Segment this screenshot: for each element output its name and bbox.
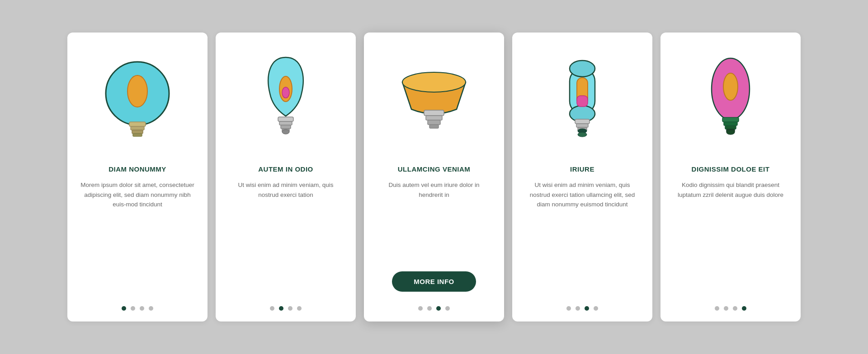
led-bulb-icon [560, 51, 605, 150]
svg-rect-14 [424, 110, 444, 116]
card-5-title: DIGNISSIM DOLOE EIT [692, 165, 770, 173]
svg-point-1 [127, 75, 147, 107]
card-1: DIAM NONUMMY Morem ipsum dolor sit amet,… [67, 33, 208, 321]
spot-bulb-icon [393, 60, 475, 141]
svg-rect-16 [428, 120, 440, 125]
card-4-body: Ut wisi enim ad minim veniam, quis nostr… [525, 180, 640, 296]
svg-rect-24 [576, 124, 588, 127]
svg-point-28 [578, 132, 587, 137]
dot-3 [594, 306, 598, 311]
card-1-title: DIAM NONUMMY [108, 165, 166, 173]
card-2-body: Ut wisi enim ad minim veniam, quis nostr… [228, 180, 343, 296]
card-2: AUTEM IN ODIO Ut wisi enim ad minim veni… [216, 33, 356, 321]
dot-0 [566, 306, 571, 311]
round-bulb-icon [101, 55, 174, 145]
dot-2 [288, 306, 292, 311]
dot-0 [122, 306, 126, 311]
cards-container: DIAM NONUMMY Morem ipsum dolor sit amet,… [40, 14, 828, 340]
card-5-dots [715, 296, 746, 311]
dot-1 [724, 306, 728, 311]
svg-rect-17 [429, 125, 439, 128]
more-info-button[interactable]: MORE INFO [392, 271, 476, 292]
dot-2 [585, 306, 589, 311]
card-1-body: Morem ipsum dolor sit amet, consectetuer… [80, 180, 195, 296]
card-5: DIGNISSIM DOLOE EIT Kodio dignissim qui … [660, 33, 801, 321]
card-2-icon-area [228, 46, 343, 154]
dot-3 [742, 306, 746, 311]
svg-rect-23 [575, 119, 590, 124]
svg-rect-31 [722, 117, 739, 122]
dot-1 [279, 306, 283, 311]
card-3-body: Duis autem vel eum iriure dolor in hendr… [377, 180, 491, 263]
svg-rect-15 [426, 116, 442, 120]
svg-rect-9 [279, 121, 292, 125]
card-3-icon-area [377, 46, 491, 154]
dot-1 [576, 306, 580, 311]
svg-rect-10 [281, 125, 291, 129]
card-2-dots [270, 296, 302, 311]
card-3-title: ULLAMCING VENIAM [398, 165, 471, 173]
dot-3 [297, 306, 302, 311]
dot-2 [436, 306, 441, 311]
svg-rect-3 [131, 126, 144, 130]
svg-point-13 [402, 72, 466, 92]
svg-point-19 [570, 61, 595, 77]
card-4-dots [566, 296, 598, 311]
card-1-dots [122, 296, 153, 311]
svg-rect-2 [129, 122, 146, 126]
card-5-icon-area [673, 46, 788, 154]
candle-bulb-icon [261, 53, 311, 148]
card-5-body: Kodio dignissim qui blandit praesent lup… [673, 180, 788, 296]
svg-rect-22 [577, 96, 588, 107]
svg-point-12 [282, 130, 289, 134]
dot-3 [149, 306, 153, 311]
dot-2 [140, 306, 144, 311]
svg-point-30 [723, 73, 738, 100]
svg-rect-32 [724, 122, 737, 126]
card-4-icon-area [525, 46, 640, 154]
dot-0 [418, 306, 423, 311]
card-3: ULLAMCING VENIAM Duis autem vel eum iriu… [364, 33, 504, 321]
card-1-icon-area [80, 46, 195, 154]
dot-0 [270, 306, 274, 311]
card-3-dots [418, 296, 450, 311]
svg-rect-5 [133, 134, 142, 136]
card-2-title: AUTEM IN ODIO [258, 165, 313, 173]
dot-1 [131, 306, 135, 311]
svg-rect-8 [278, 117, 293, 121]
svg-rect-33 [725, 126, 736, 129]
dot-2 [733, 306, 737, 311]
dot-1 [427, 306, 432, 311]
svg-point-35 [726, 130, 735, 135]
svg-rect-4 [132, 130, 143, 134]
dot-3 [445, 306, 450, 311]
card-4-title: IRIURE [570, 165, 594, 173]
oval-bulb-icon [706, 51, 755, 150]
card-4: IRIURE Ut wisi enim ad minim veniam, qui… [512, 33, 652, 321]
svg-point-7 [282, 87, 289, 98]
dot-0 [715, 306, 719, 311]
